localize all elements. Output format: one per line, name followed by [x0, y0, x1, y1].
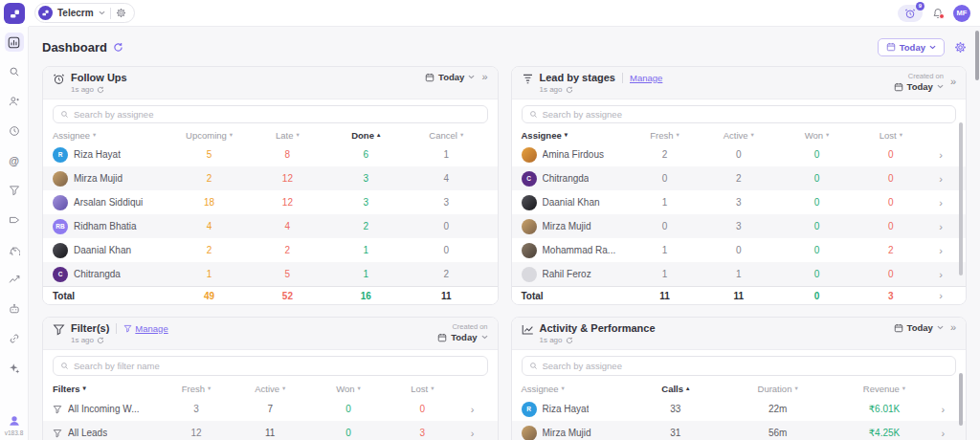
table-row[interactable]: CChitrangda 1 5 1 2 [43, 262, 498, 286]
refresh-icon[interactable] [97, 86, 104, 94]
reminders-badge: 9 [916, 2, 924, 11]
sidebar-item-add-user[interactable] [5, 92, 24, 111]
column-assignee[interactable]: Assignee▾ [53, 130, 170, 141]
row-chevron-icon[interactable]: › [457, 404, 488, 415]
sidebar-item-mentions[interactable]: @ [5, 151, 24, 170]
page-scrollbar[interactable] [975, 31, 979, 80]
workspace-switcher[interactable]: Telecrm [34, 3, 135, 23]
table-row[interactable]: Mirza Mujid 0 3 0 0 › [512, 214, 967, 238]
sidebar-item-dashboard[interactable] [5, 33, 24, 52]
column-upcoming[interactable]: Upcoming▾ [170, 130, 249, 141]
table-row[interactable]: Mohammad Ra... 1 0 0 2 › [512, 238, 967, 262]
sidebar-item-analytics[interactable] [5, 270, 24, 289]
brand-logo[interactable] [0, 0, 29, 27]
column-fresh[interactable]: Fresh▾ [630, 130, 700, 141]
link-icon [9, 333, 20, 344]
expand-panel-icon[interactable]: » [950, 77, 956, 87]
sidebar-item-automation[interactable] [5, 299, 24, 319]
user-avatar[interactable]: MF [953, 5, 970, 22]
column-won[interactable]: Won▾ [309, 384, 388, 394]
column-lost[interactable]: Lost▾ [856, 130, 925, 141]
row-chevron-icon[interactable]: › [930, 428, 956, 439]
table-row[interactable]: Amina Firdous 2 0 0 0 › [512, 143, 967, 166]
search-input[interactable] [74, 109, 480, 120]
calendar-icon [894, 323, 903, 333]
sidebar-item-integrations[interactable] [5, 329, 24, 348]
table-row[interactable]: RRiza Hayat 33 22m ₹6.01K › [512, 397, 967, 421]
dashboard-settings-icon[interactable] [954, 41, 967, 54]
row-chevron-icon[interactable]: › [925, 221, 956, 232]
sidebar-item-whatsapp[interactable] [5, 240, 24, 259]
column-won[interactable]: Won▾ [778, 130, 857, 141]
expand-panel-icon[interactable]: » [950, 322, 956, 333]
sidebar: @ v183.8 [0, 27, 29, 440]
search-input[interactable] [543, 361, 949, 371]
row-chevron-icon[interactable]: › [925, 197, 956, 209]
manage-filters-link[interactable]: Manage [123, 323, 167, 334]
row-chevron-icon[interactable]: › [925, 290, 956, 301]
notifications-button[interactable] [932, 8, 944, 19]
column-done[interactable]: Done▴ [326, 130, 405, 141]
column-cancel[interactable]: Cancel▾ [405, 130, 487, 141]
row-chevron-icon[interactable]: › [925, 269, 956, 280]
column-assignee[interactable]: Assignee▾ [522, 384, 635, 394]
at-sign-icon: @ [9, 155, 19, 166]
panel-date-filter[interactable]: Today [894, 81, 944, 92]
panel-date-filter[interactable]: Today [894, 322, 944, 333]
row-chevron-icon[interactable]: › [457, 428, 488, 439]
column-late[interactable]: Late▾ [249, 130, 327, 141]
search-box [522, 356, 957, 376]
table-row[interactable]: Daanial Khan 2 2 1 0 [43, 238, 498, 262]
manage-stages-link[interactable]: Manage [630, 73, 662, 83]
table-row[interactable]: Mirza Mujid 31 56m ₹4.25K › [512, 421, 967, 440]
expand-panel-icon[interactable]: » [481, 72, 487, 82]
sidebar-item-tags[interactable] [5, 210, 24, 230]
refresh-icon[interactable] [113, 42, 123, 53]
column-fresh[interactable]: Fresh▾ [162, 384, 232, 394]
column-filters[interactable]: Filters▾ [53, 384, 162, 394]
avatar: RB [53, 219, 68, 234]
column-active[interactable]: Active▾ [700, 130, 778, 141]
table-row[interactable]: RRiza Hayat 5 8 6 1 [43, 143, 498, 166]
refresh-icon[interactable] [97, 337, 104, 344]
column-assignee[interactable]: Assignee▾ [522, 130, 631, 141]
search-input[interactable] [74, 361, 480, 371]
avatar [53, 171, 68, 187]
table-row[interactable]: Rahil Feroz 1 1 0 0 › [512, 262, 967, 286]
table-row[interactable]: Arsalan Siddiqui 18 12 3 3 [43, 190, 498, 214]
row-chevron-icon[interactable]: › [925, 149, 956, 161]
table-row[interactable]: Daanial Khan 1 3 0 0 › [512, 190, 967, 214]
panel-scrollbar[interactable] [959, 373, 963, 426]
avatar [522, 426, 537, 440]
refresh-icon[interactable] [566, 337, 573, 344]
column-lost[interactable]: Lost▾ [388, 384, 457, 394]
sidebar-item-recent[interactable] [5, 121, 24, 141]
table-row[interactable]: All Leads 12 11 0 3 › [43, 421, 498, 440]
column-active[interactable]: Active▾ [231, 384, 309, 394]
support-agent-icon[interactable] [8, 414, 21, 428]
panel-scrollbar[interactable] [959, 122, 963, 275]
table-row[interactable]: RBRidham Bhatia 4 4 2 0 [43, 214, 498, 238]
column-revenue[interactable]: Revenue▾ [838, 384, 929, 394]
panel-date-filter[interactable]: Today [425, 72, 475, 82]
row-chevron-icon[interactable]: › [925, 245, 956, 256]
reminders-button[interactable]: 9 [898, 5, 923, 22]
sidebar-item-filters[interactable] [5, 181, 24, 200]
table-row[interactable]: Mirza Mujid 2 12 3 4 [43, 166, 498, 190]
row-chevron-icon[interactable]: › [930, 404, 956, 415]
refresh-icon[interactable] [566, 86, 573, 94]
sidebar-item-search[interactable] [5, 62, 24, 81]
table-row[interactable]: All Incoming W... 3 7 0 0 › [43, 397, 498, 421]
column-duration[interactable]: Duration▾ [717, 384, 838, 394]
row-chevron-icon[interactable]: › [925, 173, 956, 185]
page-date-filter-button[interactable]: Today [878, 38, 945, 56]
table-row[interactable]: CChitrangda 0 2 0 0 › [512, 166, 967, 190]
chevron-down-icon [937, 84, 944, 89]
divider [622, 73, 623, 83]
search-input[interactable] [543, 109, 949, 120]
panel-date-filter[interactable]: Today [437, 332, 487, 342]
column-calls[interactable]: Calls▴ [635, 384, 717, 394]
funnel-icon [9, 185, 20, 196]
sidebar-item-ai[interactable] [5, 359, 24, 378]
workspace-settings-icon[interactable] [116, 8, 126, 18]
